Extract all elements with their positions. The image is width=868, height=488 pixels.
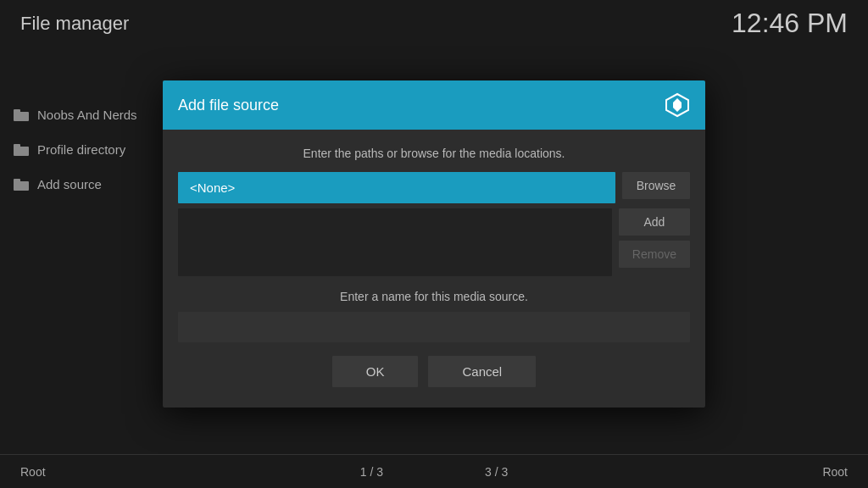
add-file-source-dialog: Add file source Enter the paths or brows… bbox=[163, 80, 705, 408]
remove-button[interactable]: Remove bbox=[619, 241, 690, 268]
kodi-logo bbox=[665, 92, 690, 118]
dialog-title: Add file source bbox=[178, 97, 279, 114]
kodi-icon bbox=[665, 92, 690, 118]
add-button[interactable]: Add bbox=[619, 208, 690, 236]
source-path-input[interactable] bbox=[178, 172, 615, 203]
bottom-page-right: 3 / 3 bbox=[485, 465, 508, 479]
source-row: Browse bbox=[178, 172, 690, 203]
svg-marker-1 bbox=[673, 98, 682, 112]
media-source-name-input[interactable] bbox=[178, 312, 690, 342]
ok-button[interactable]: OK bbox=[332, 356, 419, 387]
bottom-bar: Root 1 / 3 3 / 3 Root bbox=[0, 454, 868, 488]
dialog-body: Enter the paths or browse for the media … bbox=[163, 130, 705, 408]
cancel-button[interactable]: Cancel bbox=[428, 356, 536, 387]
name-instruction: Enter a name for this media source. bbox=[178, 290, 690, 303]
paths-and-actions: Add Remove bbox=[178, 208, 690, 276]
dialog-footer: OK Cancel bbox=[178, 356, 690, 391]
add-remove-column: Add Remove bbox=[619, 208, 690, 276]
dialog-instruction: Enter the paths or browse for the media … bbox=[178, 147, 690, 160]
browse-button[interactable]: Browse bbox=[622, 172, 690, 199]
bottom-center: 1 / 3 3 / 3 bbox=[360, 465, 509, 479]
dialog-header: Add file source bbox=[163, 80, 705, 130]
bottom-right-label: Root bbox=[822, 465, 848, 479]
modal-overlay: Add file source Enter the paths or brows… bbox=[0, 0, 868, 488]
actions-column: Browse bbox=[622, 172, 690, 203]
path-list-area bbox=[178, 208, 612, 276]
bottom-page-left: 1 / 3 bbox=[360, 465, 383, 479]
bottom-left-label: Root bbox=[20, 465, 46, 479]
